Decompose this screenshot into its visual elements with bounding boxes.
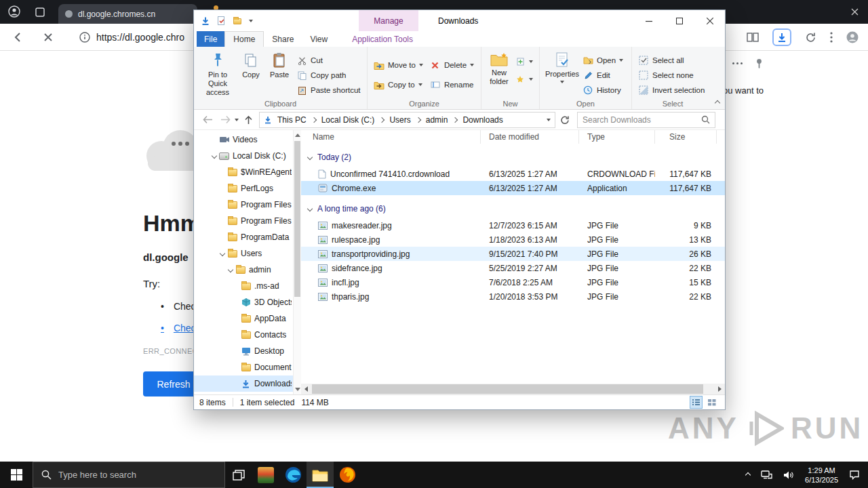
crumb-chevron-icon[interactable] bbox=[415, 117, 420, 122]
search-icon[interactable] bbox=[701, 115, 710, 124]
thumbnails-view-icon[interactable] bbox=[705, 396, 718, 409]
sidebar-item-3d-objects[interactable]: 3D Objects bbox=[194, 294, 301, 310]
back-icon[interactable] bbox=[12, 31, 24, 43]
breadcrumb-downloads[interactable]: Downloads bbox=[460, 115, 505, 125]
sidebar-item-videos[interactable]: Videos bbox=[194, 131, 301, 148]
cut-button[interactable]: Cut bbox=[294, 54, 363, 67]
firefox-button[interactable] bbox=[334, 462, 361, 488]
scroll-up-icon[interactable] bbox=[295, 134, 300, 137]
copy-button[interactable]: Copy bbox=[237, 49, 264, 98]
edit-button[interactable]: Edit bbox=[580, 68, 625, 82]
crumb-chevron-icon[interactable] bbox=[379, 117, 384, 122]
file-row[interactable]: makesreader.jpg 12/7/2023 6:15 AM JPG Fi… bbox=[301, 218, 725, 232]
download-icon[interactable] bbox=[772, 28, 791, 46]
group-collapse-icon[interactable] bbox=[307, 206, 313, 211]
recent-locations-caret-icon[interactable] bbox=[235, 119, 239, 121]
address-bar[interactable]: This PC Local Disk (C:) Users admin Down… bbox=[259, 112, 555, 128]
history-button[interactable]: History bbox=[580, 83, 625, 97]
details-view-icon[interactable] bbox=[690, 396, 703, 409]
copy-path-button[interactable]: Copy path bbox=[294, 68, 363, 82]
maximize-button[interactable] bbox=[664, 10, 694, 31]
nav-scrollbar[interactable] bbox=[293, 130, 301, 394]
pin-to-quick-access-button[interactable]: Pin to Quick access bbox=[198, 49, 237, 98]
delete-button[interactable]: Delete bbox=[428, 58, 476, 72]
file-row[interactable]: transportproviding.jpg 9/15/2021 7:40 PM… bbox=[301, 247, 725, 261]
tab-view[interactable]: View bbox=[302, 31, 336, 47]
new-item-button[interactable] bbox=[513, 55, 535, 68]
invert-selection-button[interactable]: Invert selection bbox=[636, 83, 707, 97]
sidebar-item-desktop[interactable]: Desktop bbox=[194, 343, 301, 359]
file-row[interactable]: Chrome.exe 6/13/2025 1:27 AM Application… bbox=[301, 181, 725, 195]
ribbon-collapse-icon[interactable] bbox=[715, 100, 720, 106]
network-icon[interactable] bbox=[761, 470, 772, 480]
avatar-icon[interactable] bbox=[8, 5, 20, 18]
select-all-button[interactable]: Select all bbox=[636, 54, 707, 67]
search-box[interactable] bbox=[577, 112, 715, 128]
volume-icon[interactable] bbox=[783, 470, 794, 480]
refresh-icon[interactable] bbox=[557, 112, 573, 128]
qat-caret-icon[interactable] bbox=[249, 20, 253, 22]
tab-home[interactable]: Home bbox=[224, 31, 264, 47]
file-row[interactable]: incfl.jpg 7/6/2018 2:25 AM JPG File 15 K… bbox=[301, 275, 725, 289]
task-view-button[interactable] bbox=[225, 462, 252, 488]
paste-button[interactable]: Paste bbox=[264, 49, 294, 98]
scroll-down-icon[interactable] bbox=[295, 388, 300, 391]
easy-access-button[interactable] bbox=[513, 73, 535, 86]
tab-share[interactable]: Share bbox=[264, 31, 302, 47]
rename-button[interactable]: Rename bbox=[428, 78, 476, 92]
tab-file[interactable]: File bbox=[197, 31, 224, 47]
browser-tab[interactable]: dl.google.chromes.cn bbox=[58, 4, 197, 24]
column-header-size[interactable]: Size bbox=[655, 130, 717, 144]
search-input[interactable] bbox=[583, 115, 701, 125]
nav-up-icon[interactable] bbox=[240, 112, 256, 128]
sidebar-item-program-files-2[interactable]: Program Files bbox=[194, 213, 301, 229]
breadcrumb-local-disk[interactable]: Local Disk (C:) bbox=[319, 115, 377, 125]
group-header-long-ago[interactable]: A long time ago (6) bbox=[301, 199, 725, 218]
file-row[interactable]: rulespace.jpg 1/18/2023 6:13 AM JPG File… bbox=[301, 232, 725, 247]
file-row[interactable]: Unconfirmed 741410.crdownload 6/13/2025 … bbox=[301, 167, 725, 181]
taskbar-clock[interactable]: 1:29 AM 6/13/2025 bbox=[805, 466, 838, 485]
sidebar-item-users[interactable]: Users bbox=[194, 245, 301, 262]
properties-button[interactable]: Properties bbox=[544, 49, 580, 98]
breadcrumb-this-pc[interactable]: This PC bbox=[275, 115, 309, 125]
panels-icon[interactable] bbox=[747, 32, 759, 43]
group-collapse-icon[interactable] bbox=[307, 155, 313, 160]
expander-icon[interactable] bbox=[220, 251, 225, 256]
sidebar-item-programdata[interactable]: ProgramData bbox=[194, 229, 301, 245]
more-vert-icon[interactable] bbox=[830, 32, 833, 43]
nav-back-icon[interactable] bbox=[199, 112, 216, 128]
news-interests-button[interactable] bbox=[252, 462, 279, 488]
sidebar-item-program-files[interactable]: Program Files bbox=[194, 197, 301, 213]
sidebar-item-winreagent[interactable]: $WinREAgent bbox=[194, 164, 301, 180]
hidden-icons-chevron-icon[interactable] bbox=[745, 472, 751, 477]
sidebar-item-contacts[interactable]: Contacts bbox=[194, 327, 301, 343]
horizontal-scrollbar[interactable] bbox=[301, 384, 725, 394]
stop-icon[interactable] bbox=[43, 33, 53, 42]
sidebar-item-ms-ad[interactable]: .ms-ad bbox=[194, 278, 301, 294]
file-row[interactable]: thparis.jpg 1/20/2018 3:53 PM JPG File 2… bbox=[301, 289, 725, 304]
start-button[interactable] bbox=[0, 462, 33, 488]
address-caret-icon[interactable] bbox=[547, 119, 551, 121]
taskbar-search-input[interactable] bbox=[58, 470, 216, 480]
edge-button[interactable] bbox=[279, 462, 307, 488]
minimize-button[interactable] bbox=[633, 10, 664, 31]
scroll-left-icon[interactable] bbox=[304, 386, 308, 392]
nav-forward-icon[interactable] bbox=[217, 112, 233, 128]
browser-close-icon[interactable] bbox=[851, 8, 859, 16]
column-header-date[interactable]: Date modified bbox=[481, 130, 579, 144]
select-none-button[interactable]: Select none bbox=[636, 68, 707, 82]
sidebar-item-perflogs[interactable]: PerfLogs bbox=[194, 180, 301, 197]
move-to-button[interactable]: Move to bbox=[372, 58, 425, 72]
column-header-name[interactable]: Name bbox=[301, 130, 481, 144]
crumb-chevron-icon[interactable] bbox=[452, 117, 458, 122]
sidebar-item-downloads[interactable]: Downloads bbox=[194, 375, 301, 392]
profile-icon[interactable] bbox=[846, 31, 859, 43]
file-explorer-button[interactable] bbox=[307, 462, 334, 488]
taskbar-search[interactable] bbox=[33, 462, 225, 488]
sidebar-item-documents[interactable]: Documents bbox=[194, 359, 301, 375]
new-folder-button[interactable]: New folder bbox=[486, 49, 513, 98]
info-icon[interactable] bbox=[79, 32, 90, 43]
close-button[interactable] bbox=[694, 10, 725, 31]
sync-icon[interactable] bbox=[805, 32, 816, 43]
file-row[interactable]: sidefrance.jpg 5/25/2019 2:27 AM JPG Fil… bbox=[301, 261, 725, 275]
